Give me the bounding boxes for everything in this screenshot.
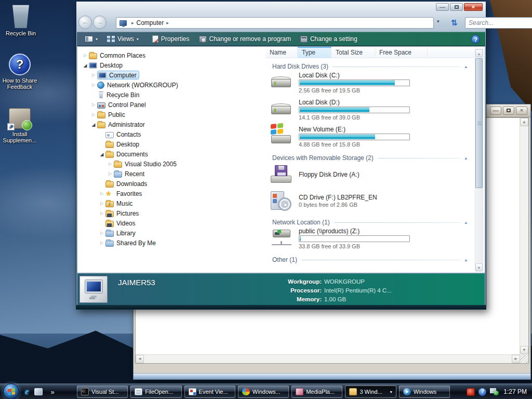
column-total-size[interactable]: Total Size: [331, 47, 375, 58]
refresh-button[interactable]: ⇅: [447, 17, 461, 29]
tree-item-control-panel[interactable]: ▷Control Panel: [77, 100, 265, 110]
tree-item-common-places[interactable]: ▷Common Places: [77, 50, 265, 60]
minimize-button[interactable]: —: [490, 107, 501, 115]
taskbar-button-windows[interactable]: Windows...: [238, 385, 289, 398]
collapse-arrow-icon[interactable]: ◢: [90, 122, 97, 127]
scroll-down-button[interactable]: ▼: [475, 263, 483, 271]
collapse-arrow-icon[interactable]: ◢: [82, 63, 89, 68]
maximize-button[interactable]: [503, 107, 514, 115]
collapse-arrow-icon[interactable]: ▴: [464, 220, 467, 225]
tree-item-network[interactable]: ▷Network (WORKGROUP): [77, 80, 265, 90]
scroll-up-button[interactable]: ▲: [475, 49, 483, 57]
maximize-button[interactable]: [450, 3, 463, 11]
expand-arrow-icon[interactable]: ▷: [98, 191, 105, 196]
expand-arrow-icon[interactable]: ▷: [107, 171, 114, 176]
tree-item-favorites[interactable]: ▷★Favorites: [77, 189, 265, 198]
tree-item-pictures[interactable]: ▷Pictures: [77, 208, 265, 218]
scroll-up-button[interactable]: ▲: [520, 118, 528, 126]
back-button[interactable]: ←: [78, 16, 92, 29]
expand-arrow-icon[interactable]: ▷: [98, 201, 105, 206]
taskbar-button-windows-media[interactable]: Windows: [399, 385, 450, 398]
drive-item-local-disk-c[interactable]: Local Disk (C:) 2.56 GB free of 19.5 GB: [270, 72, 474, 96]
expand-arrow-icon[interactable]: ▷: [90, 112, 97, 117]
tree-item-shared-by-me[interactable]: ▷Shared By Me: [77, 238, 265, 248]
expand-arrow-icon[interactable]: ▷: [107, 162, 114, 166]
resize-grip[interactable]: [520, 355, 528, 363]
scroll-right-button[interactable]: ►: [512, 355, 520, 363]
scrollbar-thumb[interactable]: [475, 58, 483, 188]
scroll-down-button[interactable]: ▼: [520, 346, 528, 354]
group-header-other[interactable]: Other (1) ▴: [272, 256, 471, 263]
search-input[interactable]: [469, 18, 532, 28]
taskbar-button-window-group[interactable]: 3 Wind...▾: [345, 385, 396, 398]
collapse-arrow-icon[interactable]: ◢: [98, 152, 105, 157]
help-tray-icon[interactable]: ?: [478, 388, 486, 396]
group-header-hard-disk-drives[interactable]: Hard Disk Drives (3) ▴: [272, 63, 471, 70]
security-alert-icon[interactable]: [467, 388, 475, 396]
collapse-arrow-icon[interactable]: ▴: [464, 64, 467, 69]
drive-item-network-z[interactable]: public (\\products) (Z:) 33.8 GB free of…: [270, 228, 474, 251]
search-box[interactable]: [465, 17, 532, 29]
close-button[interactable]: ×: [464, 3, 483, 11]
tree-item-visual-studio-2005[interactable]: ▷Visual Studio 2005: [77, 159, 265, 169]
group-header-removable-storage[interactable]: Devices with Removable Storage (2) ▴: [272, 154, 471, 162]
drive-item-floppy-a[interactable]: Floppy Disk Drive (A:): [270, 163, 474, 187]
desktop-icon-recycle-bin[interactable]: Recycle Bin: [0, 4, 45, 36]
tree-item-administrator[interactable]: ◢Administrator: [77, 119, 265, 129]
tree-item-videos[interactable]: Videos: [77, 218, 265, 228]
expand-arrow-icon[interactable]: ▷: [98, 231, 105, 235]
expand-arrow-icon[interactable]: ▷: [98, 241, 105, 245]
forward-button[interactable]: →: [93, 16, 107, 29]
desktop-icon-how-to-share-feedback[interactable]: ? How to Share Feedback: [0, 54, 44, 90]
tree-item-downloads[interactable]: Downloads: [77, 179, 265, 189]
column-free-space[interactable]: Free Space: [375, 47, 428, 58]
group-header-network-location[interactable]: Network Location (1) ▴: [272, 219, 471, 226]
horizontal-scrollbar[interactable]: ◄ ►: [136, 354, 520, 363]
tree-item-recycle-bin[interactable]: Recycle Bin: [77, 90, 265, 100]
breadcrumb-item-computer[interactable]: Computer: [137, 19, 164, 26]
clock[interactable]: 1:27 PM: [503, 388, 527, 395]
scroll-left-button[interactable]: ◄: [136, 355, 144, 363]
selected-tree-item[interactable]: Computer: [97, 71, 139, 79]
expand-arrow-icon[interactable]: ▷: [90, 83, 97, 87]
taskbar-button-fileopen[interactable]: FileOpen...: [130, 385, 181, 398]
tree-item-computer[interactable]: ▷Computer: [77, 70, 265, 80]
properties-button[interactable]: Properties: [148, 33, 194, 45]
expand-arrow-icon[interactable]: ▷: [98, 211, 105, 216]
address-breadcrumb[interactable]: ▸ Computer ▸: [116, 17, 434, 29]
expand-arrow-icon[interactable]: ▷: [90, 73, 97, 77]
desktop-icon-install-supplement[interactable]: ↗ Install Supplemen...: [0, 108, 44, 143]
tree-item-music[interactable]: ▷Music: [77, 198, 265, 208]
expand-arrow-icon[interactable]: ▷: [90, 102, 97, 107]
address-dropdown-icon[interactable]: ▾: [437, 19, 440, 24]
close-button[interactable]: ×: [516, 107, 527, 115]
tree-item-desktop[interactable]: ◢Desktop: [77, 60, 265, 70]
change-a-setting-button[interactable]: Change a setting: [296, 33, 362, 45]
tree-item-documents[interactable]: ◢Documents: [77, 149, 265, 159]
network-tray-icon[interactable]: [490, 388, 499, 395]
tree-item-library[interactable]: ▷Library: [77, 228, 265, 238]
views-button[interactable]: Views ▾: [102, 33, 143, 45]
column-type[interactable]: Type: [298, 47, 331, 58]
quick-launch-icon[interactable]: [34, 388, 43, 395]
drive-item-local-disk-d[interactable]: Local Disk (D:) 14.1 GB free of 39.0 GB: [270, 99, 474, 123]
drive-item-new-volume-e[interactable]: New Volume (E:) 4.88 GB free of 15.8 GB: [270, 126, 474, 150]
tree-item-contacts[interactable]: Contacts: [77, 129, 265, 139]
collapse-arrow-icon[interactable]: ▴: [464, 155, 467, 161]
expand-arrow-icon[interactable]: ▷: [82, 53, 89, 58]
change-or-remove-program-button[interactable]: Change or remove a program: [194, 33, 296, 45]
column-name[interactable]: Name: [265, 47, 298, 58]
start-button[interactable]: [3, 383, 19, 399]
vertical-scrollbar[interactable]: ▲ ▼: [475, 49, 483, 272]
internet-explorer-icon[interactable]: e: [25, 387, 29, 397]
minimize-button[interactable]: —: [436, 3, 449, 11]
tree-item-public[interactable]: ▷Public: [77, 110, 265, 119]
organize-button[interactable]: ▾: [80, 33, 102, 45]
taskbar-button-visual-studio[interactable]: Visual St...: [77, 385, 128, 398]
taskbar-button-event-viewer[interactable]: Event Vie...: [184, 385, 235, 398]
collapse-arrow-icon[interactable]: ▴: [464, 257, 467, 262]
vertical-scrollbar[interactable]: ▲ ▼: [520, 118, 528, 363]
help-button[interactable]: ?: [471, 35, 480, 44]
explorer-window[interactable]: — × ← → ▸ Computer ▸ ▾ ⇅ ▾: [76, 1, 486, 310]
overflow-chevron-icon[interactable]: »: [51, 388, 55, 396]
